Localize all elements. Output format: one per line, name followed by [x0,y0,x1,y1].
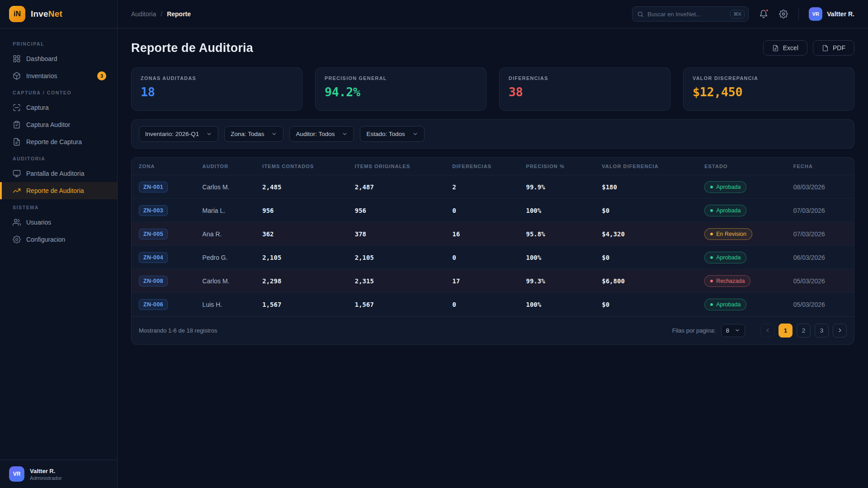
stat-value: $12,450 [693,85,845,99]
notifications-button[interactable] [759,9,769,19]
auditor-cell: Carlos M. [195,269,255,293]
header-user-menu[interactable]: VR Valtter R. [809,7,854,21]
table-row[interactable]: ZN-006 Luis H. 1,567 1,567 0 100% $0 Apr… [132,293,854,316]
stat-valor-discrepancia: Valor Discrepancia $12,450 [683,67,854,111]
pagination-summary: Mostrando 1-6 de 18 registros [139,327,217,334]
stat-zonas-auditadas: Zonas Auditadas 18 [131,67,302,111]
col-zona: Zona [132,158,195,175]
items-contados-cell: 1,567 [255,293,348,316]
nav-section-sistema: Sistema [0,199,117,214]
valor-diferencia-cell: $4,320 [594,222,697,246]
stat-cards: Zonas Auditadas 18 Precision General 94.… [131,67,854,111]
sidebar-item-label: Usuarios [26,219,51,226]
sidebar-item-usuarios[interactable]: Usuarios [0,214,117,231]
filter-estado[interactable]: Estado: Todos [360,126,424,142]
user-name: Valtter R. [30,468,62,474]
filter-zona[interactable]: Zona: Todas [224,126,283,142]
sidebar-item-dashboard[interactable]: Dashboard [0,50,117,67]
diferencias-cell: 0 [445,293,519,316]
chevron-left-icon [764,327,771,333]
col-estado: Estado [697,158,786,175]
filter-auditor[interactable]: Auditor: Todos [289,126,354,142]
user-role: Administrador [30,475,62,481]
fecha-cell: 05/03/2026 [786,293,854,316]
page-button-2[interactable]: 2 [797,324,811,338]
valor-diferencia-cell: $180 [594,175,697,199]
items-contados-cell: 2,298 [255,269,348,293]
sidebar-item-label: Captura [26,104,49,111]
status-badge: En Revision [704,228,752,240]
stat-value: 94.2% [325,85,477,99]
search-shortcut-badge: ⌘K [730,10,745,19]
notification-dot [765,9,769,12]
auditor-cell: Carlos M. [195,175,255,199]
table-row[interactable]: ZN-005 Ana R. 362 378 16 95.8% $4,320 En… [132,222,854,246]
nav-section-auditoria: Auditoria [0,150,117,165]
prev-page-button[interactable] [760,324,774,338]
page-button-3[interactable]: 3 [815,324,829,338]
rows-per-page-select[interactable]: 8 [721,324,745,337]
table-row[interactable]: ZN-008 Carlos M. 2,298 2,315 17 99.3% $6… [132,269,854,293]
items-contados-cell: 956 [255,199,348,222]
table-row[interactable]: ZN-003 Maria L. 956 956 0 100% $0 Aproba… [132,199,854,222]
sidebar-item-reporte-captura[interactable]: Reporte de Captura [0,133,117,150]
stat-label: Precision General [325,75,477,81]
sidebar-item-configuracion[interactable]: Configuracion [0,231,117,248]
main-content: Reporte de Auditoria Excel PDF Zonas Aud… [118,28,868,488]
breadcrumb-separator: / [160,10,162,18]
items-originales-cell: 2,315 [348,269,445,293]
sidebar-item-inventarios[interactable]: Inventarios 3 [0,67,117,84]
precision-cell: 100% [519,246,594,269]
valor-diferencia-cell: $0 [594,199,697,222]
avatar: VR [809,7,822,21]
breadcrumb-section[interactable]: Auditoria [131,10,156,18]
status-dot [710,256,713,259]
file-text-icon [772,45,779,52]
sidebar-item-reporte-auditoria[interactable]: Reporte de Auditoria [0,182,117,199]
gear-icon [13,235,21,244]
sidebar-item-label: Pantalla de Auditoria [26,170,84,177]
next-page-button[interactable] [833,324,847,338]
zone-chip: ZN-003 [139,205,168,216]
avatar: VR [9,466,24,482]
gear-icon [779,9,788,19]
global-search[interactable]: ⌘K [632,6,749,22]
brand[interactable]: iN InveNet [0,0,117,28]
status-badge: Aprobada [704,181,746,193]
auditor-cell: Maria L. [195,199,255,222]
sidebar-user[interactable]: VR Valtter R. Administrador [0,460,117,488]
col-valor-diferencia: Valor Diferencia [594,158,697,175]
sidebar-item-pantalla-auditoria[interactable]: Pantalla de Auditoria [0,165,117,182]
items-originales-cell: 2,487 [348,175,445,199]
precision-cell: 95.8% [519,222,594,246]
status-badge: Aprobada [704,205,746,216]
col-diferencias: Diferencias [445,158,519,175]
zone-chip: ZN-008 [139,276,168,286]
sidebar-item-captura-auditor[interactable]: Captura Auditor [0,116,117,133]
settings-button[interactable] [778,9,788,19]
sidebar-item-label: Dashboard [26,55,57,62]
auditor-cell: Pedro G. [195,246,255,269]
table-row[interactable]: ZN-004 Pedro G. 2,105 2,105 0 100% $0 Ap… [132,246,854,269]
stat-diferencias: Diferencias 38 [499,67,670,111]
file-icon [822,45,829,52]
topbar: Auditoria / Reporte ⌘K VR Valtter R. [118,0,868,28]
search-input[interactable] [647,11,726,18]
col-items-contados: Items Contados [255,158,348,175]
table-row[interactable]: ZN-001 Carlos M. 2,485 2,487 2 99.9% $18… [132,175,854,199]
sidebar-item-captura[interactable]: Captura [0,99,117,116]
zone-chip: ZN-006 [139,299,168,310]
export-pdf-button[interactable]: PDF [813,40,854,56]
page-button-1[interactable]: 1 [778,324,793,338]
sidebar-nav: Principal Dashboard Inventarios 3 Captur… [0,28,117,460]
stat-value: 38 [509,85,661,99]
table-footer: Mostrando 1-6 de 18 registros Filas por … [132,316,854,344]
chevron-down-icon [735,328,740,333]
filter-inventario[interactable]: Inventario: 2026-Q1 [139,126,218,142]
audit-table: Zona Auditor Items Contados Items Origin… [132,158,854,316]
items-originales-cell: 2,105 [348,246,445,269]
items-contados-cell: 2,485 [255,175,348,199]
export-excel-button[interactable]: Excel [763,40,807,56]
status-badge: Aprobada [704,252,746,263]
auditor-cell: Luis H. [195,293,255,316]
